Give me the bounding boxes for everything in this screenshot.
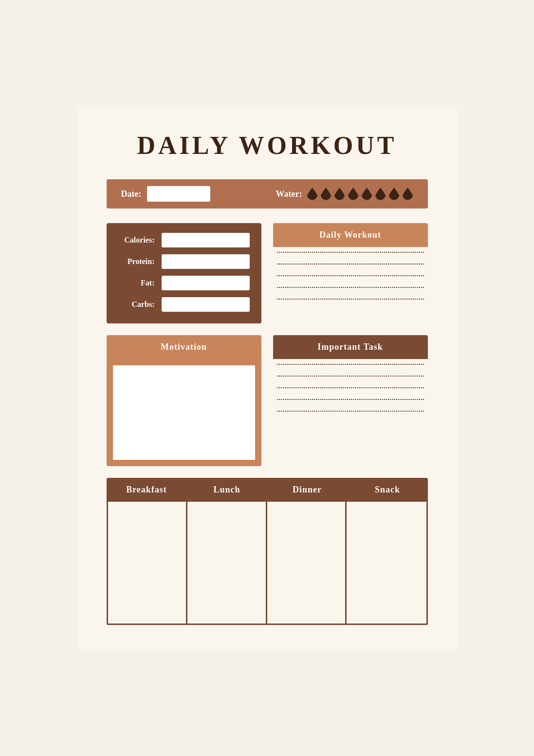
workout-line-2[interactable] bbox=[277, 264, 424, 265]
protein-row: Protein: bbox=[118, 254, 250, 269]
date-section: Date: bbox=[121, 186, 257, 202]
motivation-content bbox=[107, 359, 261, 466]
workout-lines bbox=[273, 247, 428, 323]
water-drop-5[interactable] bbox=[362, 188, 372, 200]
breakfast-cell[interactable] bbox=[108, 502, 188, 624]
protein-input[interactable] bbox=[162, 254, 250, 269]
fat-label: Fat: bbox=[118, 279, 155, 287]
fat-row: Fat: bbox=[118, 276, 250, 290]
workout-line-4[interactable] bbox=[277, 287, 424, 288]
task-line-4[interactable] bbox=[277, 399, 424, 400]
water-drop-6[interactable] bbox=[375, 188, 386, 200]
meals-header: Breakfast Lunch Dinner Snack bbox=[107, 478, 428, 502]
protein-label: Protein: bbox=[118, 257, 155, 266]
motivation-header: Motivation bbox=[107, 335, 261, 359]
important-task-box: Important Task bbox=[273, 335, 428, 466]
water-drop-7[interactable] bbox=[389, 188, 400, 200]
date-label: Date: bbox=[121, 189, 142, 199]
calories-row: Calories: bbox=[118, 233, 250, 247]
meals-box: Breakfast Lunch Dinner Snack bbox=[107, 478, 428, 625]
workout-box: Daily Workout bbox=[273, 223, 428, 323]
breakfast-header: Breakfast bbox=[107, 485, 187, 495]
workout-title: Daily Workout bbox=[319, 230, 381, 240]
page-container: DAILY WORKOUT Date: Water: Calor bbox=[77, 107, 457, 649]
workout-line-1[interactable] bbox=[277, 252, 424, 253]
task-line-1[interactable] bbox=[277, 364, 424, 365]
snack-header: Snack bbox=[348, 485, 428, 495]
second-grid: Motivation Important Task bbox=[107, 335, 428, 466]
main-grid: Calories: Protein: Fat: Carbs: Daily Wor… bbox=[107, 223, 428, 323]
task-line-5[interactable] bbox=[277, 411, 424, 412]
task-line-2[interactable] bbox=[277, 376, 424, 377]
water-drops bbox=[307, 188, 413, 200]
dinner-header: Dinner bbox=[267, 485, 348, 495]
workout-header: Daily Workout bbox=[273, 223, 428, 247]
water-drop-3[interactable] bbox=[334, 188, 345, 200]
carbs-label: Carbs: bbox=[118, 300, 155, 309]
water-section: Water: bbox=[276, 188, 413, 200]
water-label: Water: bbox=[276, 189, 302, 199]
meals-content bbox=[107, 502, 428, 625]
carbs-input[interactable] bbox=[162, 297, 250, 312]
important-task-title: Important Task bbox=[317, 342, 383, 352]
water-drop-8[interactable] bbox=[403, 188, 413, 200]
date-water-bar: Date: Water: bbox=[107, 179, 428, 208]
date-input[interactable] bbox=[147, 186, 210, 202]
water-drop-2[interactable] bbox=[321, 188, 331, 200]
calories-input[interactable] bbox=[162, 233, 250, 247]
motivation-box: Motivation bbox=[107, 335, 261, 466]
water-drop-4[interactable] bbox=[348, 188, 359, 200]
lunch-cell[interactable] bbox=[187, 502, 267, 624]
carbs-row: Carbs: bbox=[118, 297, 250, 312]
motivation-title: Motivation bbox=[161, 342, 207, 352]
water-drop-1[interactable] bbox=[307, 188, 318, 200]
important-task-header: Important Task bbox=[273, 335, 428, 359]
workout-line-3[interactable] bbox=[277, 275, 424, 276]
dinner-cell[interactable] bbox=[267, 502, 347, 624]
nutrition-box: Calories: Protein: Fat: Carbs: bbox=[107, 223, 261, 323]
motivation-input-area[interactable] bbox=[111, 364, 257, 461]
fat-input[interactable] bbox=[162, 276, 250, 290]
important-task-lines bbox=[273, 359, 428, 466]
lunch-header: Lunch bbox=[187, 485, 267, 495]
snack-cell[interactable] bbox=[347, 502, 426, 624]
workout-line-5[interactable] bbox=[277, 299, 424, 300]
page-title: DAILY WORKOUT bbox=[107, 131, 428, 160]
calories-label: Calories: bbox=[118, 236, 155, 245]
task-line-3[interactable] bbox=[277, 387, 424, 388]
